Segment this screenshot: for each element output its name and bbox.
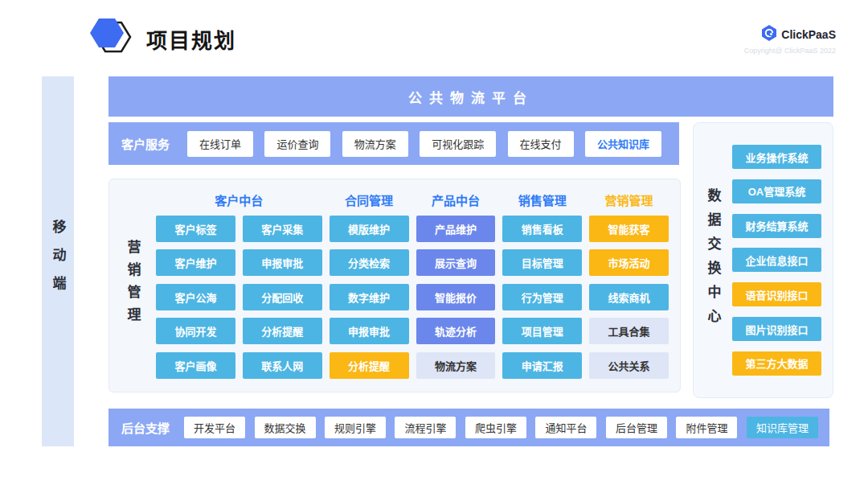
backend-button[interactable]: 规则引擎 [325,417,386,438]
hexagon-logo-icon [90,16,133,61]
customer-service-button[interactable]: 运价查询 [264,131,330,157]
marketing-side-column: 营销管理 [109,187,156,381]
platform-banner: 公共物流平台 [108,76,833,117]
backend-button[interactable]: 后台管理 [606,417,667,438]
backend-button[interactable]: 附件管理 [676,417,737,438]
module-button[interactable]: 项目管理 [502,318,582,344]
module-button[interactable]: 分类检索 [330,249,409,276]
module-button[interactable]: 客户维护 [156,249,235,276]
data-exchange-buttons: 业务操作系统OA管理系统财务结算系统企业信息接口语音识别接口图片识别接口第三方大… [732,145,821,376]
marketing-side-label: 营销管理 [123,240,143,330]
module-button[interactable]: 客户采集 [243,216,322,242]
page-title: 项目规划 [146,24,236,54]
customer-service-button[interactable]: 公共知识库 [585,131,661,157]
module-button[interactable]: 轨迹分析 [416,318,496,344]
backend-button[interactable]: 数据交换 [255,417,316,438]
module-button[interactable]: 分析提醒 [330,352,409,379]
clickpaas-logo-icon [761,24,777,45]
module-button[interactable]: 公共关系 [589,352,669,379]
data-exchange-button[interactable]: 图片识别接口 [732,317,821,341]
module-button[interactable]: 产品维护 [416,216,496,242]
module-grid-area: 客户中台合同管理产品中台销售管理营销管理 客户标签客户采集模版维护产品维护销售看… [156,187,669,381]
customer-service-bar: 客户服务 在线订单运价查询物流方案可视化跟踪在线支付公共知识库 [108,122,679,165]
module-button[interactable]: 分配回收 [243,284,322,310]
module-button[interactable]: 目标管理 [502,249,582,276]
module-button[interactable]: 线索商机 [589,284,669,310]
mobile-side-bar: 移动端 [42,76,74,446]
module-grid: 客户标签客户采集模版维护产品维护销售看板智能获客客户维护申报审批分类检索展示查询… [156,216,669,381]
backend-button[interactable]: 爬虫引擎 [465,417,526,438]
backend-button[interactable]: 知识库管理 [747,417,818,438]
module-button[interactable]: 市场活动 [589,249,669,276]
backend-support-label: 后台支撑 [121,419,170,436]
module-button[interactable]: 协同开发 [156,318,235,344]
module-button[interactable]: 模版维护 [330,216,409,242]
column-header: 合同管理 [330,191,409,208]
column-header: 销售管理 [502,191,582,208]
brand-name: ClickPaaS [781,28,836,41]
backend-support-bar: 后台支撑 开发平台数据交换规则引擎流程引擎爬虫引擎通知平台后台管理附件管理知识库… [108,409,829,446]
column-header: 营销管理 [589,191,669,208]
module-button[interactable]: 物流方案 [416,352,496,379]
data-exchange-button[interactable]: OA管理系统 [732,179,821,203]
backend-button[interactable]: 通知平台 [535,417,596,438]
brand-block: ClickPaaS Copyright@ ClickPaaS 2022 [744,24,836,55]
marketing-module-panel: 营销管理 客户中台合同管理产品中台销售管理营销管理 客户标签客户采集模版维护产品… [108,179,681,392]
module-button[interactable]: 智能获客 [589,216,669,242]
module-button[interactable]: 智能报价 [416,284,496,310]
module-button[interactable]: 客户画像 [156,352,235,379]
data-exchange-panel: 数据交换中心 业务操作系统OA管理系统财务结算系统企业信息接口语音识别接口图片识… [693,122,833,398]
grid-headers: 客户中台合同管理产品中台销售管理营销管理 [156,187,669,212]
module-button[interactable]: 分析提醒 [243,318,322,344]
page: 项目规划 ClickPaaS Copyright@ ClickPaaS 2022… [0,0,868,489]
module-button[interactable]: 申报审批 [330,318,409,344]
mobile-side-label: 移动端 [48,220,68,304]
backend-button[interactable]: 开发平台 [184,417,245,438]
data-exchange-button[interactable]: 第三方大数据 [732,351,821,376]
data-exchange-label: 数据交换中心 [703,188,723,333]
customer-service-label: 客户服务 [121,135,170,152]
customer-service-button[interactable]: 在线订单 [187,131,253,157]
module-button[interactable]: 展示查询 [416,249,496,276]
data-exchange-button[interactable]: 业务操作系统 [732,145,821,169]
column-header: 产品中台 [416,191,496,208]
data-exchange-side-column: 数据交换中心 [694,145,732,376]
module-button[interactable]: 数字维护 [330,284,409,310]
brand-copyright: Copyright@ ClickPaaS 2022 [744,47,836,55]
page-header: 项目规划 [90,16,236,61]
data-exchange-button[interactable]: 企业信息接口 [732,248,821,272]
module-button[interactable]: 销售看板 [502,216,582,242]
data-exchange-button[interactable]: 财务结算系统 [732,214,821,238]
data-exchange-button[interactable]: 语音识别接口 [732,282,821,306]
customer-service-button[interactable]: 在线支付 [508,131,574,157]
column-header: 客户中台 [156,191,322,208]
customer-service-button[interactable]: 可视化跟踪 [420,131,496,157]
backend-buttons: 开发平台数据交换规则引擎流程引擎爬虫引擎通知平台后台管理附件管理知识库管理 [184,417,818,438]
module-button[interactable]: 申请汇报 [502,352,582,379]
customer-service-button[interactable]: 物流方案 [342,131,408,157]
module-button[interactable]: 工具合集 [589,318,669,344]
module-button[interactable]: 行为管理 [502,284,582,310]
customer-service-buttons: 在线订单运价查询物流方案可视化跟踪在线支付公共知识库 [187,131,661,157]
module-button[interactable]: 联系人网 [243,352,322,379]
module-button[interactable]: 客户公海 [156,284,235,310]
backend-button[interactable]: 流程引擎 [395,417,456,438]
module-button[interactable]: 客户标签 [156,216,235,242]
module-button[interactable]: 申报审批 [243,249,322,276]
